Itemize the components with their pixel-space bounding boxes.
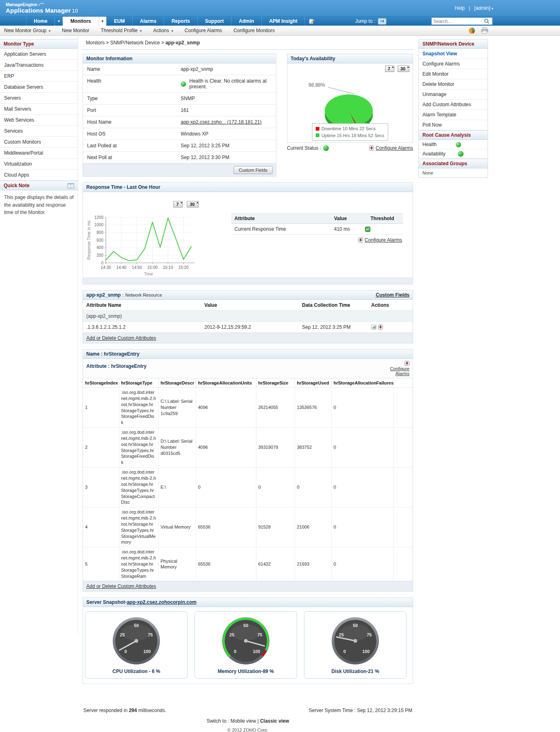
storage-cell: 13536576 [295, 388, 331, 428]
legend-item: Uptime 15 Hrs 18 Mins 52 Secs [316, 132, 385, 139]
response-configure-alarms-link[interactable]: Configure Alarms [365, 237, 402, 243]
tab-reports[interactable]: Reports [164, 17, 197, 26]
breadcrumb-link-snmp-network-device[interactable]: SNMP/Network Device [110, 40, 160, 46]
tab-alarms[interactable]: Alarms [132, 17, 164, 26]
printer-icon[interactable] [481, 27, 488, 34]
button-label: 30 [190, 202, 195, 207]
sidebar-item-erp[interactable]: ERP [0, 71, 78, 82]
toolbar-item-configure-monitors[interactable]: Configure Monitors [234, 28, 275, 33]
toolbar-item-configure-alarms[interactable]: Configure Alarms [185, 28, 222, 33]
storage-configure-alarms-link[interactable]: Configure Alarms [381, 366, 409, 376]
sidebar-item-database-servers[interactable]: Database Servers [0, 82, 78, 93]
classic-view-link[interactable]: Classic view [260, 718, 289, 724]
tab-dropdown-arrow[interactable]: ▾ [98, 17, 107, 26]
gauge-dial: 0255075100 [109, 613, 164, 669]
sidebar-item-virtualization[interactable]: Virtualization [0, 159, 78, 170]
sidebar-item-application-servers[interactable]: Application Servers [0, 49, 78, 60]
storage-table-header: hrStorageSize [256, 378, 295, 388]
admin-menu[interactable]: [admin]▾ [474, 5, 493, 11]
availability-7-day-button[interactable]: 7▸ [385, 66, 394, 72]
response-7-day-button[interactable]: 7▸ [173, 201, 183, 208]
network-resource-panel: app-xp2_snmp : Network Resource Custom F… [83, 290, 413, 343]
custom-fields-button[interactable]: Custom Fields [234, 166, 273, 174]
tab-dropdown-arrow[interactable]: ▾ [55, 17, 63, 26]
toolbar-item-new-monitor[interactable]: New Monitor [62, 28, 89, 33]
chevron-down-icon: ▾ [48, 29, 50, 33]
gauge-dial: 0255075100 [218, 613, 273, 669]
response-time-chart: 02004006008001000120014:3014:4014:5015:0… [86, 212, 208, 278]
host-name-link[interactable]: app-xp2.csez.zoho... (172.18.181.21) [181, 119, 262, 125]
add-delete-custom-attributes-link[interactable]: Add or Delete Custom Attributes [86, 583, 156, 589]
toolbar-item-threshold-profile[interactable]: Threshold Profile ▾ [101, 28, 142, 33]
jump-to-icon[interactable] [378, 18, 387, 25]
action-item-poll-now[interactable]: Poll Now [419, 120, 488, 130]
storage-cell: .iso.org.dod.internet.mgmt.mib-2.host.hr… [119, 468, 158, 507]
history-graph-icon[interactable] [371, 325, 376, 330]
action-item-alarm-template[interactable]: Alarm Template [419, 110, 488, 120]
snapshot-host-link[interactable]: app-xp2.csez.zohocorpin.com [127, 599, 196, 605]
tab-apm-insight[interactable]: APM Insight [261, 17, 305, 26]
action-item-unmanage[interactable]: Unmanage [419, 90, 488, 100]
mobile-view-link[interactable]: Mobile view [230, 718, 256, 724]
toolbar-item-new-monitor-group[interactable]: New Monitor Group ▾ [4, 28, 50, 33]
threshold-icon[interactable] [365, 227, 400, 232]
sidebar-item-cloud-apps[interactable]: Cloud Apps [0, 170, 78, 181]
nr-value-cell: 2012-9-12,15:29:59.2 [201, 322, 299, 333]
availability-30-day-button[interactable]: 30▸ [398, 66, 409, 72]
note-table-icon[interactable] [68, 183, 74, 188]
gauge-dial: 0255075100 [328, 613, 383, 669]
sidebar-item-java-transactions[interactable]: Java/Transactions [0, 60, 78, 71]
action-item-edit-monitor[interactable]: Edit Monitor [419, 69, 488, 79]
action-item-delete-monitor[interactable]: Delete Monitor [419, 79, 488, 90]
attr-table-header: Value [331, 214, 362, 224]
response-30-day-button[interactable]: 30▸ [187, 201, 199, 208]
storage-cell: 0 [196, 468, 256, 507]
expand-arrow-icon: ▸ [181, 201, 183, 204]
response-time-panel: Response Time - Last One Hour 7▸ 30▸ 020… [83, 182, 413, 284]
svg-text:200: 200 [96, 253, 103, 258]
tab-monitors[interactable]: Monitors▾ [63, 17, 106, 26]
search-icon[interactable] [484, 18, 490, 24]
separator: | [257, 718, 258, 724]
monitor-info-text: Windows XP [181, 131, 208, 137]
svg-text:1200: 1200 [94, 215, 104, 220]
add-delete-custom-attributes-link[interactable]: Add or Delete Custom Attributes [86, 335, 156, 341]
edit-icon[interactable] [309, 17, 315, 26]
sidebar-item-mail-servers[interactable]: Mail Servers [0, 104, 78, 115]
search-input[interactable] [433, 19, 484, 24]
availability-configure-alarms-link[interactable]: Configure Alarms [376, 145, 413, 151]
device-actions-header: SNMP/Network Device [419, 39, 488, 49]
sidebar-item-web-services[interactable]: Web Services [0, 115, 78, 126]
nr-group-row: (app-xp2_snmp) [83, 311, 413, 322]
availability-up-icon[interactable] [458, 151, 464, 157]
left-sidebar: Monitor Type Application ServersJava/Tra… [0, 36, 78, 634]
help-link[interactable]: Help [455, 5, 465, 11]
monitor-info-text: app-xp2_snmp [181, 66, 213, 72]
breadcrumb-link-monitors[interactable]: Monitors [86, 40, 105, 46]
monitor-info-label: Type [87, 96, 181, 101]
monitor-info-label: Next Poll at [87, 155, 181, 160]
alarm-bell-icon[interactable] [378, 325, 383, 330]
health-ok-icon [181, 81, 186, 87]
tab-support[interactable]: Support [197, 17, 231, 26]
sidebar-item-services[interactable]: Services [0, 126, 78, 137]
storage-cell: 39319079 [256, 428, 295, 468]
health-ok-icon[interactable] [456, 142, 461, 147]
tab-label: Reports [164, 18, 197, 24]
tab-admin[interactable]: Admin [231, 17, 261, 26]
monitor-info-value: Windows XP [181, 131, 272, 137]
tab-eum[interactable]: EUM [106, 17, 132, 26]
storage-cell: .iso.org.dod.internet.mgmt.mib-2.host.hr… [119, 388, 158, 428]
tab-home[interactable]: Home▾ [26, 17, 63, 26]
svg-text:75: 75 [148, 633, 153, 638]
sidebar-item-middleware-portal[interactable]: Middleware/Portal [0, 148, 78, 159]
sidebar-item-custom-monitors[interactable]: Custom Monitors [0, 137, 78, 148]
legend-label: Uptime 15 Hrs 18 Mins 52 Secs [322, 132, 385, 139]
pie-report-icon[interactable] [468, 27, 475, 34]
toolbar-item-actions[interactable]: Actions ▾ [153, 28, 173, 33]
action-item-add-custom-attributes[interactable]: Add Custom Attributes [419, 100, 488, 110]
custom-fields-link[interactable]: Custom Fields [376, 292, 409, 298]
action-item-configure-alarms[interactable]: Configure Alarms [419, 59, 488, 69]
sidebar-item-servers[interactable]: Servers [0, 93, 78, 104]
action-item-snapshot-view[interactable]: Snapshot View [419, 49, 488, 59]
